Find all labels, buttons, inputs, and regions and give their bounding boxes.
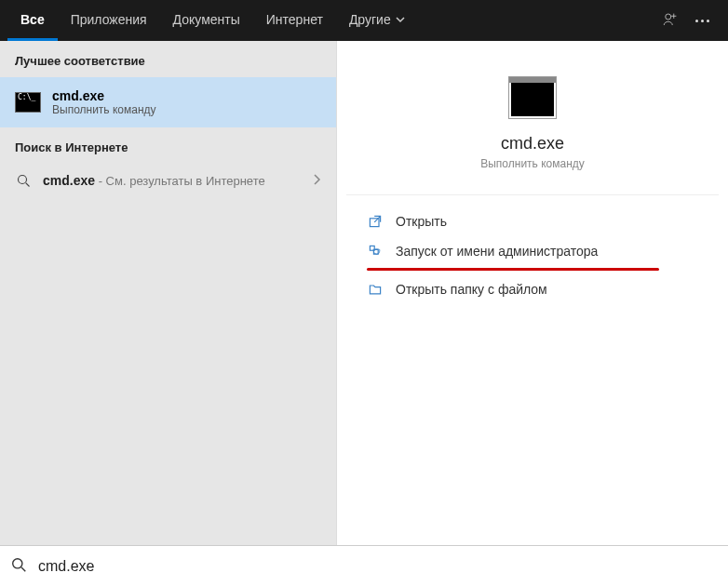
tab-other-label: Другие: [349, 12, 391, 27]
action-open-folder-label: Открыть папку с файлом: [396, 282, 547, 297]
action-open[interactable]: Открыть: [346, 206, 719, 236]
preview-subtitle: Выполнить команду: [346, 157, 719, 170]
preview-title: cmd.exe: [346, 134, 719, 153]
tab-all[interactable]: Все: [7, 0, 58, 41]
best-match-header: Лучшее соответствие: [0, 41, 336, 77]
cmd-icon-large: [508, 76, 557, 119]
web-search-term: cmd.exe: [43, 173, 95, 188]
feedback-icon[interactable]: [662, 11, 679, 31]
svg-line-2: [25, 182, 29, 186]
tab-web[interactable]: Интернет: [253, 0, 336, 41]
top-right-controls: [662, 11, 721, 31]
svg-point-0: [666, 14, 671, 20]
result-title: cmd.exe: [52, 88, 156, 103]
annotation-underline: [367, 268, 659, 271]
search-bar: [0, 545, 728, 586]
result-subtitle: Выполнить команду: [52, 103, 156, 116]
tab-docs[interactable]: Документы: [160, 0, 253, 41]
search-icon: [15, 174, 32, 188]
action-run-admin-label: Запуск от имени администратора: [396, 244, 598, 259]
action-run-admin[interactable]: Запуск от имени администратора: [346, 236, 719, 266]
svg-point-1: [18, 175, 26, 183]
folder-icon: [367, 282, 383, 297]
preview-header: cmd.exe Выполнить команду: [346, 76, 719, 195]
svg-line-7: [21, 567, 25, 571]
tab-other[interactable]: Другие: [336, 0, 418, 41]
chevron-down-icon: [396, 15, 405, 24]
svg-point-6: [13, 558, 22, 567]
cmd-icon: C:\_: [15, 92, 41, 113]
web-search-item[interactable]: cmd.exe - См. результаты в Интернете: [0, 164, 336, 197]
more-icon[interactable]: [695, 20, 709, 22]
best-match-text: cmd.exe Выполнить команду: [52, 88, 156, 116]
main-content: Лучшее соответствие C:\_ cmd.exe Выполни…: [0, 41, 728, 545]
shield-icon: [367, 244, 383, 259]
action-open-label: Открыть: [396, 214, 447, 229]
best-match-item[interactable]: C:\_ cmd.exe Выполнить команду: [0, 77, 336, 127]
web-search-header: Поиск в Интернете: [0, 127, 336, 164]
tab-strip: Все Приложения Документы Интернет Другие: [7, 0, 418, 41]
search-icon: [11, 557, 27, 576]
web-search-rest: - См. результаты в Интернете: [95, 174, 265, 188]
open-icon: [367, 214, 383, 229]
action-open-folder[interactable]: Открыть папку с файлом: [346, 274, 719, 304]
chevron-right-icon: [312, 173, 321, 188]
preview-panel: cmd.exe Выполнить команду Открыть Запуск…: [346, 50, 719, 536]
tab-apps[interactable]: Приложения: [58, 0, 160, 41]
actions-list: Открыть Запуск от имени администратора О…: [346, 195, 719, 315]
top-bar: Все Приложения Документы Интернет Другие: [0, 0, 728, 41]
results-panel: Лучшее соответствие C:\_ cmd.exe Выполни…: [0, 41, 337, 545]
web-search-label: cmd.exe - См. результаты в Интернете: [43, 173, 265, 188]
search-input[interactable]: [38, 558, 717, 575]
